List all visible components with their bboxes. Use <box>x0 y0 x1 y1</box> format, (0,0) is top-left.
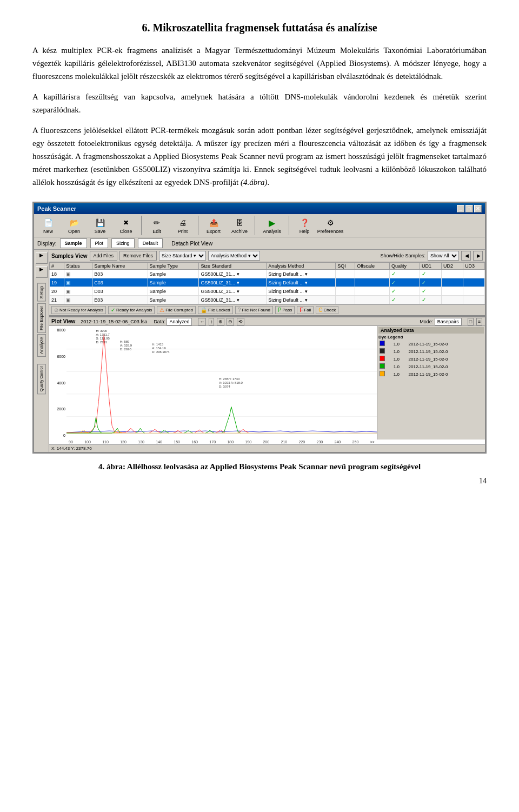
toolbar-new-label: New <box>43 229 53 234</box>
paragraph-2: A kapillárisra feszültség van kapcsolva,… <box>32 90 487 116</box>
plot-tool-3[interactable]: ⊕ <box>217 318 224 325</box>
cell-quality: ✓ <box>389 287 420 296</box>
add-files-button[interactable]: Add Files <box>90 251 118 261</box>
cell-ud1: ✓ <box>420 278 441 287</box>
toolbar-close[interactable]: ✖ Close <box>114 215 138 236</box>
close-button[interactable]: ✕ <box>474 205 482 212</box>
content-area: Samples View Add Files Remove Files Size… <box>49 250 485 452</box>
status-not-found: ? File Not Found <box>235 306 273 314</box>
plot-tool-5[interactable]: ⟲ <box>237 318 244 325</box>
status-not-ready: ⊘ Not Ready for Analysis <box>51 306 106 314</box>
cell-sample-name: C03 <box>92 278 148 287</box>
tab-default[interactable]: Default <box>138 238 163 248</box>
col-status: Status <box>64 263 92 270</box>
sidebar-arrow-up[interactable]: ▶ <box>36 252 48 264</box>
svg-text:A: 154.16: A: 154.16 <box>152 347 166 350</box>
plot-tool-4[interactable]: ⊖ <box>227 318 234 325</box>
plot-panel: Plot View 2012-11-19_15-02-06_C03.fsa Da… <box>49 316 485 452</box>
toolbar-archive[interactable]: 🗄 Archive <box>228 215 251 236</box>
sidebar-tab-setup[interactable]: Setup <box>37 283 46 302</box>
analysis-method-select[interactable]: Analysis Method ▾ <box>208 251 260 261</box>
dye-color-2 <box>380 348 385 354</box>
plot-view-icon-2[interactable]: ≡ <box>476 318 482 325</box>
y-axis: 8000 6000 4000 2000 0 <box>49 326 66 440</box>
minimize-button[interactable]: _ <box>457 205 464 212</box>
tab-sizing[interactable]: Sizing <box>111 238 135 248</box>
toolbar-save[interactable]: 💾 Save <box>88 215 112 236</box>
nav-prev-button[interactable]: ◀ <box>461 251 471 261</box>
nav-next-button[interactable]: ▶ <box>473 251 483 261</box>
plot-tool-2[interactable]: ↕ <box>209 318 215 325</box>
cell-num: 20 <box>50 287 64 296</box>
maximize-button[interactable]: □ <box>465 205 473 212</box>
table-row[interactable]: 19 ▣ C03 Sample GS500LIZ_31... ▾ Sizing … <box>50 278 485 287</box>
dye-row-5: 1.0 2012-11-19_15-02-0 <box>378 370 484 378</box>
plot-svg: H: 3900 A: 1751.7 S: 113.95 D: 2391 H: 5… <box>66 326 377 440</box>
toolbar-print[interactable]: 🖨 Print <box>171 215 195 236</box>
dye-row-2: 1.0 2012-11-19_15-02-0 <box>378 348 484 355</box>
main-layout: ▶ ▶ Setup File Explorer Analyze <box>34 250 485 452</box>
cell-quality: ✓ <box>389 270 420 278</box>
sidebar-tab-quality-control[interactable]: Quality Control <box>37 364 46 394</box>
cell-sample-type: Sample <box>148 296 199 304</box>
cell-analysis-method: Sizing Default ... ▾ <box>267 287 336 296</box>
col-sqi: SQI <box>336 263 355 270</box>
toolbar-help[interactable]: ❓ Help <box>292 215 316 236</box>
toolbar-close-label: Close <box>119 229 132 234</box>
col-num: # <box>50 263 64 270</box>
toolbar-open-label: Open <box>68 229 80 234</box>
toolbar-edit[interactable]: ✏ Edit <box>145 215 169 236</box>
toolbar-new[interactable]: 📄 New <box>36 215 60 236</box>
cell-sqi <box>336 278 355 287</box>
data-panel: Analyzed Data Dye Legend 1.0 2012-11-19_… <box>377 326 485 440</box>
tab-plot[interactable]: Plot <box>90 238 109 248</box>
table-row[interactable]: 21 ▣ E03 Sample GS500LIZ_31... ▾ Sizing … <box>50 296 485 304</box>
sidebar-tab-file-explorer[interactable]: File Explorer <box>37 303 46 333</box>
cell-ud1: ✓ <box>420 296 441 304</box>
toolbar-open[interactable]: 📂 Open <box>62 215 86 236</box>
sidebar-tab-analyze[interactable]: Analyze <box>37 334 46 357</box>
cell-ud3 <box>463 270 484 278</box>
coordinates-display: X: 144.43 Y: 2378.76 <box>51 446 92 451</box>
size-standard-select[interactable]: Size Standard ▾ <box>159 251 206 261</box>
cell-sample-name: B03 <box>92 270 148 278</box>
cell-ud1: ✓ <box>420 270 441 278</box>
cell-ud2 <box>441 287 463 296</box>
table-row[interactable]: 18 ▣ B03 Sample GS500LIZ_31... ▾ Sizing … <box>50 270 485 278</box>
cell-analysis-method: Sizing Default ... ▾ <box>267 270 336 278</box>
dye-row-1: 1.0 2012-11-19_15-02-0 <box>378 340 484 348</box>
toolbar-sep-3 <box>255 216 255 235</box>
toolbar-export-label: Export <box>207 229 221 234</box>
plot-tool-1[interactable]: ↔ <box>198 318 206 325</box>
tab-sample[interactable]: Sample <box>60 238 87 248</box>
col-offscale: Offscale <box>355 263 390 270</box>
toolbar: 📄 New 📂 Open 💾 Save ✖ Close ✏ <box>34 214 485 237</box>
col-sample-type: Sample Type <box>148 263 199 270</box>
show-all-select[interactable]: Show All <box>428 251 459 261</box>
preferences-icon: ⚙ <box>323 217 337 229</box>
sidebar-arrow-down[interactable]: ▶ <box>36 266 48 278</box>
toolbar-export[interactable]: 📤 Export <box>202 215 225 236</box>
cell-num: 21 <box>50 296 64 304</box>
page: 6. Mikroszatellita fragmensek futtatása … <box>0 0 519 496</box>
cell-offscale <box>355 287 390 296</box>
toolbar-save-label: Save <box>95 229 106 234</box>
save-icon: 💾 <box>93 217 107 229</box>
toolbar-sep-2 <box>198 216 198 235</box>
detach-label: Detach Plot View <box>171 241 212 247</box>
toolbar-icons: ↔ ↕ ⊕ ⊖ ⟲ <box>197 319 245 324</box>
toolbar-preferences[interactable]: ⚙ Preferences <box>318 215 342 236</box>
cell-sample-name: E03 <box>92 296 148 304</box>
dye-legend-table: 1.0 2012-11-19_15-02-0 1.0 2012-11-19_15… <box>378 340 484 378</box>
plot-area: H: 3900 A: 1751.7 S: 113.95 D: 2391 H: 5… <box>66 326 377 440</box>
dye-row-4: 1.0 2012-11-19_15-02-0 <box>378 363 484 370</box>
svg-text:D: 2391: D: 2391 <box>96 341 107 344</box>
svg-text:A: 1751.7: A: 1751.7 <box>96 333 109 336</box>
dye-color-1 <box>380 341 385 346</box>
cell-size-standard: GS500LIZ_31... ▾ <box>199 287 267 296</box>
plot-view-icon-1[interactable]: □ <box>468 318 474 325</box>
toolbar-analysis[interactable]: ▶ Analysis <box>258 215 285 236</box>
table-row[interactable]: 20 ▣ D03 Sample GS500LIZ_31... ▾ Sizing … <box>50 287 485 296</box>
remove-files-button[interactable]: Remove Files <box>119 251 157 261</box>
export-icon: 📤 <box>207 217 221 229</box>
